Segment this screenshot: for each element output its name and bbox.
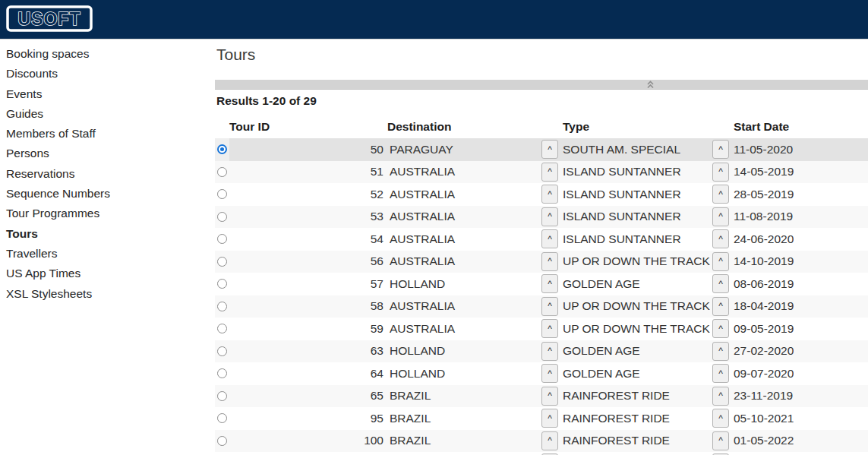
tour-id-cell[interactable]: 53	[229, 210, 385, 223]
start-date-value[interactable]: 14-10-2019	[734, 254, 794, 268]
table-row[interactable]: 51AUSTRALIA^ISLAND SUNTANNER^14-05-2019	[215, 161, 868, 184]
table-row[interactable]: 50PARAGUAY^SOUTH AM. SPECIAL^11-05-2020	[215, 138, 868, 161]
type-lookup-button[interactable]: ^	[541, 364, 558, 383]
row-radio[interactable]	[217, 391, 227, 401]
type-value[interactable]: GOLDEN AGE	[563, 367, 640, 381]
start-date-lookup-button[interactable]: ^	[712, 140, 729, 159]
type-lookup-button[interactable]: ^	[541, 297, 558, 316]
tour-id-cell[interactable]: 51	[229, 165, 385, 179]
row-radio[interactable]	[217, 279, 227, 289]
start-date-lookup-button[interactable]: ^	[712, 297, 729, 316]
type-value[interactable]: ISLAND SUNTANNER	[563, 232, 681, 246]
type-value[interactable]: ISLAND SUNTANNER	[563, 188, 681, 201]
table-row[interactable]: 54AUSTRALIA^ISLAND SUNTANNER^24-06-2020	[215, 228, 868, 251]
start-date-value[interactable]: 14-05-2019	[734, 165, 794, 179]
sidebar-item-booking-spaces[interactable]: Booking spaces	[6, 44, 207, 64]
start-date-lookup-button[interactable]: ^	[712, 342, 729, 361]
start-date-value[interactable]: 23-11-2019	[734, 389, 793, 403]
type-value[interactable]: GOLDEN AGE	[563, 277, 640, 291]
start-date-lookup-button[interactable]: ^	[712, 185, 729, 204]
row-radio[interactable]	[217, 234, 227, 244]
row-radio[interactable]	[217, 189, 227, 199]
type-value[interactable]: UP OR DOWN THE TRACK	[563, 322, 710, 336]
type-lookup-button[interactable]: ^	[541, 274, 558, 293]
type-lookup-button[interactable]: ^	[541, 140, 558, 159]
row-radio[interactable]	[217, 212, 227, 222]
start-date-value[interactable]: 18-04-2019	[734, 299, 794, 313]
type-value[interactable]: ISLAND SUNTANNER	[563, 210, 681, 223]
type-value[interactable]: SOUTH AM. SPECIAL	[563, 143, 680, 156]
type-lookup-button[interactable]: ^	[541, 163, 558, 182]
destination-cell[interactable]: AUSTRALIA	[385, 232, 541, 246]
start-date-value[interactable]: 27-02-2020	[734, 344, 794, 358]
sidebar-item-members-of-staff[interactable]: Members of Staff	[6, 124, 207, 144]
destination-cell[interactable]: AUSTRALIA	[385, 299, 541, 313]
start-date-value[interactable]: 28-05-2019	[734, 188, 794, 201]
destination-cell[interactable]: HOLLAND	[385, 367, 541, 381]
type-value[interactable]: GOLDEN AGE	[563, 344, 640, 358]
start-date-lookup-button[interactable]: ^	[712, 409, 729, 428]
table-row[interactable]: 53AUSTRALIA^ISLAND SUNTANNER^11-08-2019	[215, 206, 868, 229]
type-value[interactable]: ISLAND SUNTANNER	[563, 165, 681, 179]
tour-id-cell[interactable]: 50	[229, 143, 385, 156]
start-date-value[interactable]: 01-05-2022	[734, 434, 794, 447]
start-date-value[interactable]: 24-06-2020	[734, 232, 794, 246]
destination-cell[interactable]: BRAZIL	[385, 412, 541, 425]
type-value[interactable]: UP OR DOWN THE TRACK	[563, 299, 710, 313]
type-lookup-button[interactable]: ^	[541, 252, 558, 271]
row-radio[interactable]	[217, 257, 227, 267]
start-date-lookup-button[interactable]: ^	[712, 431, 729, 450]
destination-cell[interactable]: AUSTRALIA	[385, 322, 541, 336]
table-row[interactable]: 95BRAZIL^RAINFOREST RIDE^05-10-2021	[215, 407, 868, 430]
tour-id-cell[interactable]: 54	[229, 232, 385, 246]
sidebar-item-guides[interactable]: Guides	[6, 104, 207, 124]
sidebar-item-discounts[interactable]: Discounts	[6, 64, 207, 84]
sidebar-item-tours[interactable]: Tours	[6, 224, 207, 244]
row-radio[interactable]	[217, 436, 227, 446]
start-date-lookup-button[interactable]: ^	[712, 387, 729, 406]
start-date-lookup-button[interactable]: ^	[712, 207, 729, 226]
type-lookup-button[interactable]: ^	[541, 342, 558, 361]
type-lookup-button[interactable]: ^	[541, 319, 558, 338]
type-lookup-button[interactable]: ^	[541, 185, 558, 204]
tour-id-cell[interactable]: 59	[229, 322, 385, 336]
table-row[interactable]: 63HOLLAND^GOLDEN AGE^27-02-2020	[215, 340, 868, 363]
start-date-lookup-button[interactable]: ^	[712, 274, 729, 293]
destination-cell[interactable]: AUSTRALIA	[385, 165, 541, 179]
start-date-lookup-button[interactable]: ^	[712, 252, 729, 271]
tour-id-cell[interactable]: 57	[229, 277, 385, 291]
double-chevron-up-icon[interactable]	[646, 81, 655, 89]
sidebar-item-xsl-stylesheets[interactable]: XSL Stylesheets	[6, 284, 207, 304]
type-lookup-button[interactable]: ^	[541, 387, 558, 406]
sidebar-item-travellers[interactable]: Travellers	[6, 244, 207, 264]
start-date-value[interactable]: 11-05-2020	[734, 143, 793, 156]
row-radio-selected[interactable]	[217, 144, 227, 154]
sidebar-item-reservations[interactable]: Reservations	[6, 164, 207, 184]
row-radio[interactable]	[217, 324, 227, 333]
table-row[interactable]: 52AUSTRALIA^ISLAND SUNTANNER^28-05-2019	[215, 183, 868, 206]
start-date-lookup-button[interactable]: ^	[712, 319, 729, 338]
start-date-value[interactable]: 09-05-2019	[734, 322, 794, 336]
row-radio[interactable]	[217, 167, 227, 177]
table-row[interactable]: 59AUSTRALIA^UP OR DOWN THE TRACK^09-05-2…	[215, 318, 868, 340]
destination-cell[interactable]: AUSTRALIA	[385, 188, 541, 201]
table-row[interactable]: 56AUSTRALIA^UP OR DOWN THE TRACK^14-10-2…	[215, 251, 868, 273]
destination-cell[interactable]: BRAZIL	[385, 434, 541, 447]
usoft-logo[interactable]: USOFT	[6, 5, 94, 37]
tour-id-cell[interactable]: 58	[229, 299, 385, 313]
type-lookup-button[interactable]: ^	[541, 431, 558, 450]
tour-id-cell[interactable]: 56	[229, 254, 385, 268]
sidebar-item-tour-programmes[interactable]: Tour Programmes	[6, 204, 207, 223]
sidebar-item-sequence-numbers[interactable]: Sequence Numbers	[6, 184, 207, 204]
row-radio[interactable]	[217, 346, 227, 356]
destination-cell[interactable]: PARAGUAY	[385, 143, 541, 156]
sidebar-item-us-app-times[interactable]: US App Times	[6, 264, 207, 283]
table-row[interactable]: 58AUSTRALIA^UP OR DOWN THE TRACK^18-04-2…	[215, 295, 868, 318]
type-lookup-button[interactable]: ^	[541, 229, 558, 248]
table-row[interactable]: 100BRAZIL^RAINFOREST RIDE^01-05-2022	[215, 430, 868, 453]
start-date-lookup-button[interactable]: ^	[712, 163, 729, 182]
type-value[interactable]: UP OR DOWN THE TRACK	[563, 254, 710, 268]
table-row[interactable]: ^^	[215, 452, 868, 455]
type-value[interactable]: RAINFOREST RIDE	[563, 434, 670, 447]
destination-cell[interactable]: AUSTRALIA	[385, 254, 541, 268]
